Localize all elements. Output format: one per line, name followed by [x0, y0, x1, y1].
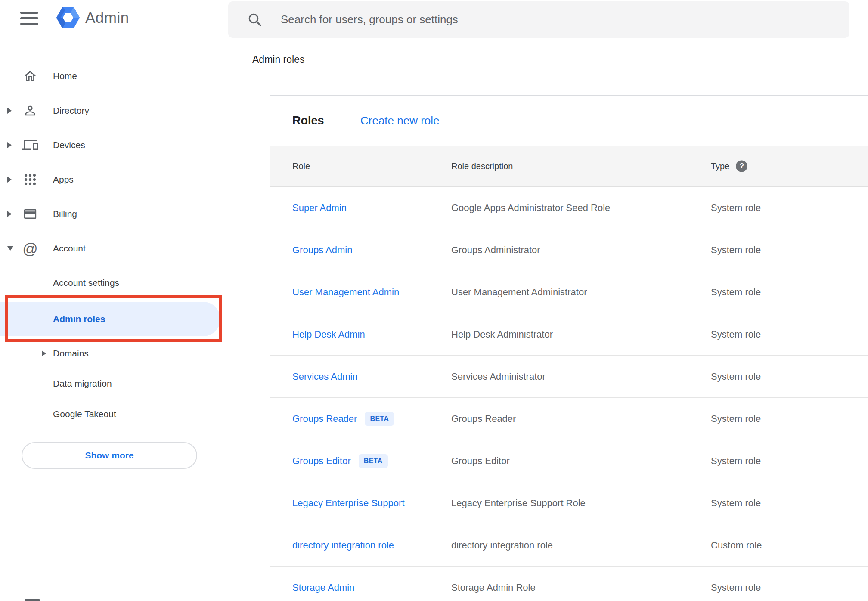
role-link[interactable]: Storage Admin — [292, 582, 354, 593]
role-description: Groups Administrator — [451, 245, 540, 256]
sidebar-item-account-settings[interactable]: Account settings — [0, 266, 220, 300]
role-link[interactable]: Help Desk Admin — [292, 329, 365, 340]
role-description: User Management Administrator — [451, 287, 587, 298]
sidebar-item-devices[interactable]: Devices — [0, 128, 220, 162]
credit-card-icon — [22, 206, 38, 222]
role-type: Custom role — [711, 540, 762, 551]
create-new-role-link[interactable]: Create new role — [360, 114, 440, 127]
roles-table-body: Super AdminGoogle Apps Administrator See… — [270, 187, 868, 601]
role-type: System role — [711, 329, 761, 340]
devices-icon — [22, 137, 38, 153]
role-link[interactable]: Legacy Enterprise Support — [292, 498, 405, 509]
collapse-arrow-icon[interactable] — [7, 246, 13, 251]
role-description: Services Administrator — [451, 371, 546, 382]
sidebar-item-label: Google Takeout — [53, 409, 116, 419]
cutoff-sidebar-icon — [25, 599, 40, 601]
beta-badge: BETA — [359, 454, 388, 468]
role-description: Groups Editor — [451, 455, 510, 467]
app-title: Admin — [85, 9, 129, 26]
role-link[interactable]: User Management Admin — [292, 287, 399, 298]
role-type: System role — [711, 245, 761, 256]
role-link[interactable]: Services Admin — [292, 371, 358, 382]
sidebar-item-label: Devices — [53, 140, 85, 150]
at-sign-icon: @ — [22, 241, 38, 256]
search-input[interactable]: Search for users, groups or settings — [228, 1, 849, 38]
table-row: directory integration roledirectory inte… — [270, 524, 868, 567]
admin-console-page: Admin Search for users, groups or settin… — [0, 0, 868, 601]
expand-arrow-icon[interactable] — [42, 350, 46, 356]
home-icon — [22, 68, 38, 84]
sidebar-item-label: Admin roles — [53, 314, 105, 324]
role-description: Help Desk Administrator — [451, 329, 553, 340]
help-icon[interactable]: ? — [736, 160, 747, 172]
sidebar-item-label: Data migration — [53, 378, 112, 389]
sidebar-item-home[interactable]: Home — [0, 59, 220, 93]
sidebar-item-data-migration[interactable]: Data migration — [0, 366, 220, 401]
role-type: System role — [711, 413, 761, 424]
show-more-button[interactable]: Show more — [22, 442, 197, 469]
role-description: Legacy Enterprise Support Role — [451, 498, 586, 509]
role-link[interactable]: Groups Reader — [292, 413, 357, 424]
hamburger-menu-icon[interactable] — [20, 12, 38, 25]
table-row: Services AdminServices AdministratorSyst… — [270, 356, 868, 398]
column-header-role-description: Role description — [451, 161, 513, 171]
sidebar-item-admin-roles[interactable]: Admin roles — [0, 302, 220, 336]
role-type: System role — [711, 287, 761, 298]
role-link[interactable]: Groups Admin — [292, 245, 352, 256]
table-row: User Management AdminUser Management Adm… — [270, 271, 868, 313]
sidebar-item-billing[interactable]: Billing — [0, 197, 220, 231]
sidebar-item-label: Domains — [53, 348, 89, 359]
breadcrumb: Admin roles — [252, 54, 304, 65]
search-placeholder: Search for users, groups or settings — [281, 13, 458, 26]
roles-card: Roles Create new role Role Role descript… — [270, 95, 868, 601]
role-description: directory integration role — [451, 540, 553, 551]
expand-arrow-icon[interactable] — [7, 211, 12, 217]
role-link[interactable]: Groups Editor — [292, 455, 351, 467]
role-type: System role — [711, 498, 761, 509]
table-row: Super AdminGoogle Apps Administrator See… — [270, 187, 868, 229]
sidebar-item-label: Account settings — [53, 278, 119, 288]
beta-badge: BETA — [365, 412, 394, 426]
column-header-type: Type ? — [711, 160, 747, 172]
sidebar-item-domains[interactable]: Domains — [0, 336, 220, 371]
sidebar-item-account[interactable]: @Account — [0, 231, 220, 266]
table-row: Storage AdminStorage Admin RoleSystem ro… — [270, 567, 868, 601]
sidebar-item-label: Directory — [53, 105, 89, 116]
table-row: Help Desk AdminHelp Desk AdministratorSy… — [270, 313, 868, 356]
role-description: Storage Admin Role — [451, 582, 536, 593]
table-row: Groups AdminGroups AdministratorSystem r… — [270, 229, 868, 271]
roles-card-header: Roles Create new role — [270, 96, 868, 146]
expand-arrow-icon[interactable] — [7, 142, 12, 148]
role-type: System role — [711, 202, 761, 214]
column-header-role: Role — [292, 161, 310, 171]
role-type: System role — [711, 371, 761, 382]
sidebar-item-label: Account — [53, 243, 86, 254]
sidebar-item-label: Billing — [53, 209, 77, 219]
table-row: Legacy Enterprise SupportLegacy Enterpri… — [270, 482, 868, 524]
role-type: System role — [711, 455, 761, 467]
role-description: Google Apps Administrator Seed Role — [451, 202, 610, 214]
sidebar-item-label: Apps — [53, 174, 74, 185]
role-description: Groups Reader — [451, 413, 516, 424]
apps-grid-icon — [22, 172, 38, 187]
table-row: Groups EditorBETAGroups EditorSystem rol… — [270, 440, 868, 482]
expand-arrow-icon[interactable] — [7, 177, 12, 183]
person-icon — [22, 103, 38, 118]
header-divider — [228, 76, 868, 76]
sidebar-divider — [0, 579, 228, 579]
sidebar-item-directory[interactable]: Directory — [0, 93, 220, 128]
sidebar-item-label: Home — [53, 71, 77, 81]
expand-arrow-icon[interactable] — [7, 108, 12, 114]
role-type: System role — [711, 582, 761, 593]
sidebar-item-apps[interactable]: Apps — [0, 162, 220, 197]
sidebar-item-google-takeout[interactable]: Google Takeout — [0, 397, 220, 431]
role-link[interactable]: directory integration role — [292, 540, 394, 551]
table-header-row: Role Role description Type ? — [270, 146, 868, 187]
card-title: Roles — [292, 114, 324, 127]
table-row: Groups ReaderBETAGroups ReaderSystem rol… — [270, 398, 868, 440]
admin-logo-icon — [55, 4, 81, 31]
role-link[interactable]: Super Admin — [292, 202, 347, 214]
search-icon — [247, 12, 263, 28]
